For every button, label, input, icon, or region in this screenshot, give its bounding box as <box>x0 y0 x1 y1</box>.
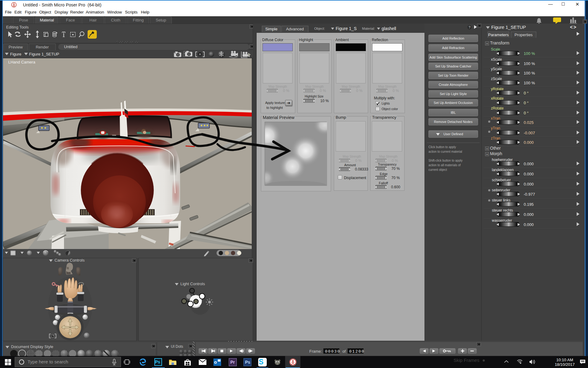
svg-text:Frame:: Frame: <box>309 349 322 354</box>
svg-text:01200: 01200 <box>349 349 365 354</box>
svg-text:of: of <box>342 349 346 354</box>
svg-text:00030: 00030 <box>325 349 341 354</box>
